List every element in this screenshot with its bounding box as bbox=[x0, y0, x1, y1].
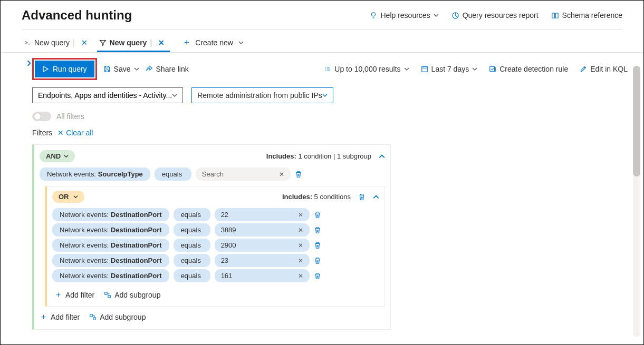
edit-in-kql-button[interactable]: Edit in KQL bbox=[580, 65, 628, 73]
value-pill[interactable]: 22✕ bbox=[215, 208, 310, 221]
add-filter-button-outer[interactable]: ＋Add filter bbox=[40, 312, 80, 322]
run-query-button[interactable]: Run query bbox=[35, 61, 94, 77]
page-title: Advanced hunting bbox=[22, 8, 132, 23]
clear-value-icon[interactable]: ✕ bbox=[298, 242, 303, 249]
plus-icon: ＋ bbox=[182, 37, 191, 48]
operator-pill[interactable]: equals bbox=[174, 223, 210, 236]
delete-condition-button[interactable] bbox=[314, 242, 321, 249]
delete-condition-button[interactable] bbox=[314, 257, 321, 264]
chevron-down-icon bbox=[73, 194, 78, 199]
value-text: 2900 bbox=[221, 241, 236, 249]
all-filters-label: All filters bbox=[56, 112, 84, 121]
clear-value-icon[interactable]: ✕ bbox=[298, 226, 303, 234]
create-new-tab[interactable]: ＋ Create new bbox=[180, 34, 246, 53]
clear-value-icon[interactable]: ✕ bbox=[298, 272, 303, 280]
help-resources-label: Help resources bbox=[380, 11, 430, 19]
lightbulb-icon bbox=[370, 12, 377, 19]
and-operator-chip[interactable]: AND bbox=[40, 150, 75, 162]
chevron-down-icon bbox=[404, 66, 409, 72]
tab-new-query-1[interactable]: New query | ✕ bbox=[22, 35, 93, 52]
operator-pill[interactable]: equals bbox=[174, 208, 210, 221]
clear-value-icon[interactable]: ✕ bbox=[298, 257, 303, 264]
all-filters-toggle[interactable] bbox=[32, 112, 51, 121]
schema-reference-button[interactable]: Schema reference bbox=[551, 11, 622, 19]
value-search-input[interactable]: Search ✕ bbox=[196, 167, 291, 181]
add-subgroup-button-inner[interactable]: Add subgroup bbox=[104, 290, 160, 300]
chevron-down-icon bbox=[238, 40, 244, 45]
value-pill[interactable]: 23✕ bbox=[215, 254, 310, 267]
operator-pill[interactable]: equals bbox=[174, 254, 210, 267]
field-pill[interactable]: Network events: DestinationPort bbox=[52, 223, 169, 236]
dashboard-icon bbox=[451, 12, 459, 19]
share-label: Share link bbox=[156, 65, 189, 73]
detection-icon bbox=[489, 65, 496, 73]
value-pill[interactable]: 161✕ bbox=[215, 269, 310, 282]
operator-pill[interactable]: equals bbox=[174, 239, 210, 252]
svg-rect-2 bbox=[421, 67, 427, 72]
results-limit-button[interactable]: Up to 10,000 results bbox=[324, 65, 409, 73]
add-filter-label: Add filter bbox=[65, 291, 94, 299]
clear-value-icon[interactable]: ✕ bbox=[279, 171, 284, 178]
close-icon: ✕ bbox=[57, 129, 64, 137]
tabs-bar: New query | ✕ New query | ✕ ＋ Create new bbox=[1, 29, 643, 53]
clear-value-icon[interactable]: ✕ bbox=[298, 211, 303, 219]
close-icon[interactable]: ✕ bbox=[155, 38, 168, 47]
create-detection-rule-button[interactable]: Create detection rule bbox=[489, 65, 568, 73]
field-pill[interactable]: Network events: DestinationPort bbox=[52, 208, 169, 221]
delete-condition-button[interactable] bbox=[314, 226, 321, 234]
collapse-subgroup-button[interactable] bbox=[373, 194, 379, 200]
close-icon[interactable]: ✕ bbox=[78, 38, 91, 47]
delete-condition-button[interactable] bbox=[295, 171, 302, 178]
value-pill[interactable]: 3889✕ bbox=[215, 223, 310, 236]
tab-new-query-2[interactable]: New query | ✕ bbox=[97, 35, 170, 52]
add-subgroup-label: Add subgroup bbox=[100, 313, 146, 321]
query-resources-report-button[interactable]: Query resources report bbox=[451, 11, 539, 19]
results-limit-label: Up to 10,000 results bbox=[334, 65, 400, 73]
svg-rect-4 bbox=[105, 292, 107, 294]
svg-point-0 bbox=[372, 13, 376, 16]
share-icon bbox=[146, 65, 153, 73]
scrollbar-track[interactable] bbox=[633, 66, 640, 337]
add-filter-button-inner[interactable]: ＋Add filter bbox=[54, 290, 94, 300]
create-detection-rule-label: Create detection rule bbox=[499, 65, 568, 73]
clear-all-button[interactable]: ✕ Clear all bbox=[57, 129, 93, 137]
filter-icon bbox=[99, 39, 107, 46]
or-condition-row: Network events: DestinationPortequals22✕ bbox=[52, 208, 379, 221]
collapse-group-button[interactable] bbox=[379, 153, 385, 160]
add-subgroup-label: Add subgroup bbox=[114, 291, 160, 299]
help-resources-button[interactable]: Help resources bbox=[370, 11, 438, 19]
svg-rect-7 bbox=[93, 317, 95, 319]
field-pill[interactable]: Network events: DestinationPort bbox=[52, 254, 169, 267]
chevron-down-icon bbox=[434, 13, 439, 18]
field-pill[interactable]: Network events: DestinationPort bbox=[52, 269, 169, 282]
save-button[interactable]: Save bbox=[103, 65, 139, 73]
add-subgroup-button-outer[interactable]: Add subgroup bbox=[89, 312, 146, 322]
operator-pill[interactable]: equals bbox=[174, 269, 210, 282]
expand-panel-button[interactable] bbox=[26, 60, 32, 66]
chevron-down-icon bbox=[64, 154, 69, 159]
value-pill[interactable]: 2900✕ bbox=[215, 239, 310, 252]
or-condition-row: Network events: DestinationPortequals161… bbox=[52, 269, 379, 282]
and-condition-row: Network events: SourceIpType equals Sear… bbox=[40, 167, 385, 181]
clear-all-label: Clear all bbox=[66, 129, 93, 137]
or-operator-chip[interactable]: OR bbox=[52, 191, 84, 203]
time-range-button[interactable]: Last 7 days bbox=[421, 65, 478, 73]
or-label: OR bbox=[59, 193, 69, 201]
delete-condition-button[interactable] bbox=[314, 211, 321, 219]
delete-subgroup-button[interactable] bbox=[358, 193, 366, 201]
value-text: 22 bbox=[221, 211, 228, 219]
query-icon bbox=[24, 39, 31, 46]
scrollbar-thumb[interactable] bbox=[633, 66, 640, 176]
or-filter-subgroup: OR Includes: 5 conditions Network events… bbox=[45, 186, 385, 307]
field-pill[interactable]: Network events: DestinationPort bbox=[52, 239, 169, 252]
share-link-button[interactable]: Share link bbox=[146, 65, 189, 73]
query-template-selector[interactable]: Remote administration from public IPs bbox=[191, 87, 333, 103]
delete-condition-button[interactable] bbox=[314, 272, 321, 280]
chevron-down-icon bbox=[472, 66, 477, 72]
or-condition-row: Network events: DestinationPortequals290… bbox=[52, 239, 379, 252]
data-source-selector[interactable]: Endpoints, Apps and identities - Activit… bbox=[32, 87, 183, 103]
play-icon bbox=[42, 66, 49, 72]
list-icon bbox=[324, 65, 331, 73]
field-pill[interactable]: Network events: SourceIpType bbox=[40, 167, 150, 181]
operator-pill[interactable]: equals bbox=[155, 167, 191, 181]
